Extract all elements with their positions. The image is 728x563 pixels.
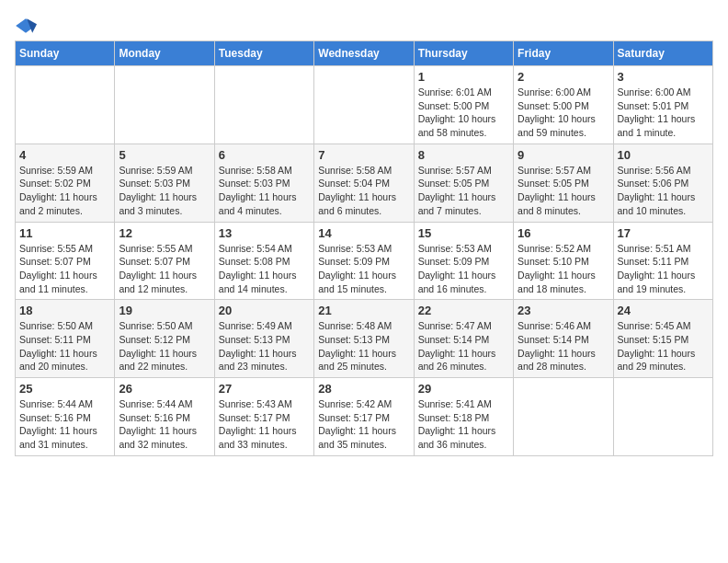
day-info: Sunrise: 5:50 AM Sunset: 5:11 PM Dayligh… bbox=[19, 319, 110, 373]
header-wednesday: Wednesday bbox=[314, 41, 414, 66]
day-cell: 24Sunrise: 5:45 AM Sunset: 5:15 PM Dayli… bbox=[613, 300, 712, 378]
week-row-2: 4Sunrise: 5:59 AM Sunset: 5:02 PM Daylig… bbox=[16, 144, 713, 222]
day-info: Sunrise: 5:58 AM Sunset: 5:04 PM Dayligh… bbox=[318, 164, 409, 218]
day-info: Sunrise: 5:43 AM Sunset: 5:17 PM Dayligh… bbox=[219, 397, 310, 452]
calendar-header: SundayMondayTuesdayWednesdayThursdayFrid… bbox=[16, 41, 713, 66]
day-number: 12 bbox=[119, 226, 210, 240]
day-cell: 4Sunrise: 5:59 AM Sunset: 5:02 PM Daylig… bbox=[16, 144, 115, 222]
day-number: 21 bbox=[318, 304, 409, 317]
day-info: Sunrise: 5:54 AM Sunset: 5:08 PM Dayligh… bbox=[219, 242, 310, 296]
day-cell bbox=[16, 66, 115, 144]
day-number: 2 bbox=[518, 70, 609, 84]
day-number: 15 bbox=[418, 226, 509, 240]
day-number: 17 bbox=[618, 226, 709, 240]
day-cell: 5Sunrise: 5:59 AM Sunset: 5:03 PM Daylig… bbox=[115, 144, 214, 222]
day-number: 18 bbox=[19, 304, 110, 317]
day-cell: 29Sunrise: 5:41 AM Sunset: 5:18 PM Dayli… bbox=[414, 378, 513, 456]
day-cell bbox=[613, 378, 712, 456]
day-number: 23 bbox=[518, 304, 609, 317]
day-info: Sunrise: 5:53 AM Sunset: 5:09 PM Dayligh… bbox=[418, 242, 509, 296]
day-cell: 8Sunrise: 5:57 AM Sunset: 5:05 PM Daylig… bbox=[414, 144, 513, 222]
day-cell: 13Sunrise: 5:54 AM Sunset: 5:08 PM Dayli… bbox=[214, 222, 313, 300]
day-info: Sunrise: 5:49 AM Sunset: 5:13 PM Dayligh… bbox=[219, 319, 310, 373]
day-info: Sunrise: 5:51 AM Sunset: 5:11 PM Dayligh… bbox=[618, 242, 709, 296]
day-number: 7 bbox=[318, 148, 409, 162]
day-cell: 14Sunrise: 5:53 AM Sunset: 5:09 PM Dayli… bbox=[314, 222, 414, 300]
day-cell: 11Sunrise: 5:55 AM Sunset: 5:07 PM Dayli… bbox=[16, 222, 115, 300]
day-number: 29 bbox=[418, 382, 509, 396]
day-cell bbox=[214, 66, 313, 144]
day-info: Sunrise: 5:57 AM Sunset: 5:05 PM Dayligh… bbox=[418, 164, 509, 218]
day-info: Sunrise: 5:56 AM Sunset: 5:06 PM Dayligh… bbox=[618, 164, 709, 218]
day-number: 5 bbox=[119, 148, 210, 162]
day-cell: 3Sunrise: 6:00 AM Sunset: 5:01 PM Daylig… bbox=[613, 66, 712, 144]
day-info: Sunrise: 5:44 AM Sunset: 5:16 PM Dayligh… bbox=[19, 397, 110, 452]
day-info: Sunrise: 5:55 AM Sunset: 5:07 PM Dayligh… bbox=[119, 242, 210, 296]
day-number: 24 bbox=[618, 304, 709, 317]
day-info: Sunrise: 5:55 AM Sunset: 5:07 PM Dayligh… bbox=[19, 242, 110, 296]
header-friday: Friday bbox=[514, 41, 613, 66]
header-monday: Monday bbox=[115, 41, 214, 66]
day-cell: 16Sunrise: 5:52 AM Sunset: 5:10 PM Dayli… bbox=[514, 222, 613, 300]
day-cell: 19Sunrise: 5:50 AM Sunset: 5:12 PM Dayli… bbox=[115, 300, 214, 378]
day-number: 9 bbox=[518, 148, 609, 162]
day-number: 28 bbox=[318, 382, 409, 396]
day-number: 11 bbox=[19, 226, 110, 240]
day-info: Sunrise: 5:52 AM Sunset: 5:10 PM Dayligh… bbox=[518, 242, 609, 296]
week-row-4: 18Sunrise: 5:50 AM Sunset: 5:11 PM Dayli… bbox=[16, 300, 713, 378]
day-cell bbox=[514, 378, 613, 456]
day-cell: 12Sunrise: 5:55 AM Sunset: 5:07 PM Dayli… bbox=[115, 222, 214, 300]
calendar-table: SundayMondayTuesdayWednesdayThursdayFrid… bbox=[15, 40, 713, 456]
day-cell bbox=[314, 66, 414, 144]
day-info: Sunrise: 6:01 AM Sunset: 5:00 PM Dayligh… bbox=[418, 86, 509, 140]
day-info: Sunrise: 5:46 AM Sunset: 5:14 PM Dayligh… bbox=[518, 319, 609, 373]
day-cell: 9Sunrise: 5:57 AM Sunset: 5:05 PM Daylig… bbox=[514, 144, 613, 222]
day-number: 22 bbox=[418, 304, 509, 317]
day-cell bbox=[115, 66, 214, 144]
header-sunday: Sunday bbox=[16, 41, 115, 66]
day-number: 27 bbox=[219, 382, 310, 396]
day-info: Sunrise: 5:44 AM Sunset: 5:16 PM Dayligh… bbox=[119, 397, 210, 452]
day-cell: 17Sunrise: 5:51 AM Sunset: 5:11 PM Dayli… bbox=[613, 222, 712, 300]
day-info: Sunrise: 6:00 AM Sunset: 5:01 PM Dayligh… bbox=[618, 86, 709, 140]
day-number: 10 bbox=[618, 148, 709, 162]
header-saturday: Saturday bbox=[613, 41, 712, 66]
day-number: 26 bbox=[119, 382, 210, 396]
day-number: 4 bbox=[19, 148, 110, 162]
day-number: 16 bbox=[518, 226, 609, 240]
week-row-5: 25Sunrise: 5:44 AM Sunset: 5:16 PM Dayli… bbox=[16, 378, 713, 456]
day-cell: 21Sunrise: 5:48 AM Sunset: 5:13 PM Dayli… bbox=[314, 300, 414, 378]
day-cell: 6Sunrise: 5:58 AM Sunset: 5:03 PM Daylig… bbox=[214, 144, 313, 222]
day-cell: 25Sunrise: 5:44 AM Sunset: 5:16 PM Dayli… bbox=[16, 378, 115, 456]
day-info: Sunrise: 5:48 AM Sunset: 5:13 PM Dayligh… bbox=[318, 319, 409, 373]
day-cell: 20Sunrise: 5:49 AM Sunset: 5:13 PM Dayli… bbox=[214, 300, 313, 378]
logo-icon bbox=[15, 15, 37, 37]
week-row-1: 1Sunrise: 6:01 AM Sunset: 5:00 PM Daylig… bbox=[16, 66, 713, 144]
day-number: 13 bbox=[219, 226, 310, 240]
day-info: Sunrise: 6:00 AM Sunset: 5:00 PM Dayligh… bbox=[518, 86, 609, 140]
header-thursday: Thursday bbox=[414, 41, 513, 66]
day-cell: 15Sunrise: 5:53 AM Sunset: 5:09 PM Dayli… bbox=[414, 222, 513, 300]
week-row-3: 11Sunrise: 5:55 AM Sunset: 5:07 PM Dayli… bbox=[16, 222, 713, 300]
day-cell: 18Sunrise: 5:50 AM Sunset: 5:11 PM Dayli… bbox=[16, 300, 115, 378]
day-info: Sunrise: 5:57 AM Sunset: 5:05 PM Dayligh… bbox=[518, 164, 609, 218]
logo bbox=[15, 15, 39, 37]
day-info: Sunrise: 5:58 AM Sunset: 5:03 PM Dayligh… bbox=[219, 164, 310, 218]
day-number: 19 bbox=[119, 304, 210, 317]
day-cell: 2Sunrise: 6:00 AM Sunset: 5:00 PM Daylig… bbox=[514, 66, 613, 144]
day-info: Sunrise: 5:47 AM Sunset: 5:14 PM Dayligh… bbox=[418, 319, 509, 373]
day-cell: 26Sunrise: 5:44 AM Sunset: 5:16 PM Dayli… bbox=[115, 378, 214, 456]
day-number: 20 bbox=[219, 304, 310, 317]
header-tuesday: Tuesday bbox=[214, 41, 313, 66]
day-info: Sunrise: 5:59 AM Sunset: 5:02 PM Dayligh… bbox=[19, 164, 110, 218]
day-cell: 28Sunrise: 5:42 AM Sunset: 5:17 PM Dayli… bbox=[314, 378, 414, 456]
day-info: Sunrise: 5:50 AM Sunset: 5:12 PM Dayligh… bbox=[119, 319, 210, 373]
day-info: Sunrise: 5:41 AM Sunset: 5:18 PM Dayligh… bbox=[418, 397, 509, 452]
day-number: 8 bbox=[418, 148, 509, 162]
day-cell: 27Sunrise: 5:43 AM Sunset: 5:17 PM Dayli… bbox=[214, 378, 313, 456]
day-number: 25 bbox=[19, 382, 110, 396]
day-cell: 1Sunrise: 6:01 AM Sunset: 5:00 PM Daylig… bbox=[414, 66, 513, 144]
day-info: Sunrise: 5:45 AM Sunset: 5:15 PM Dayligh… bbox=[618, 319, 709, 373]
day-number: 1 bbox=[418, 70, 509, 84]
day-cell: 23Sunrise: 5:46 AM Sunset: 5:14 PM Dayli… bbox=[514, 300, 613, 378]
